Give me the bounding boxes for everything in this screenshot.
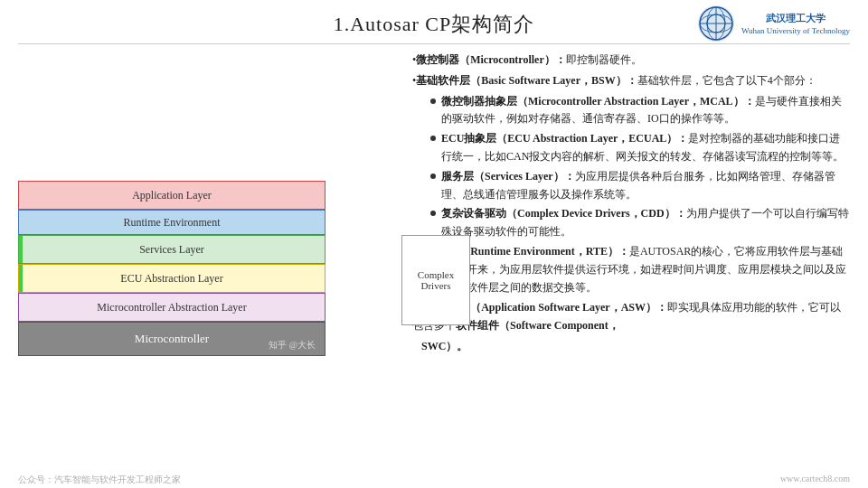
diagram-watermark: 知乎 @大长 bbox=[269, 339, 316, 352]
footer-website: www.cartech8.com bbox=[780, 474, 850, 486]
bullet-bsw: •基础软件层（Basic Software Layer，BSW）：基础软件层，它… bbox=[412, 72, 850, 90]
mc-label: Microcontroller bbox=[135, 332, 209, 346]
services-label: Services Layer bbox=[139, 243, 204, 257]
text-content-area: •微控制器（Microcontroller）：即控制器硬件。 •基础软件层（Ba… bbox=[412, 52, 850, 476]
bullet-cdd: 复杂设备驱动（Complex Device Drivers，CDD）：为用户提供… bbox=[430, 205, 850, 241]
mcal-label: Microcontroller Abstraction Layer bbox=[97, 301, 246, 314]
bullet-services-text: 服务层（Services Layer）：为应用层提供各种后台服务，比如网络管理、… bbox=[441, 168, 850, 204]
university-name-en: Wuhan University of Technology bbox=[741, 26, 850, 35]
complex-drivers-box: ComplexDrivers bbox=[401, 235, 470, 325]
university-name-cn: 武汉理工大学 bbox=[741, 12, 850, 25]
page-title: 1.Autosar CP架构简介 bbox=[334, 13, 535, 35]
application-layer-label: Application Layer bbox=[132, 189, 212, 202]
layer-stack: Application Layer Runtime Environment Se… bbox=[18, 181, 326, 356]
ecual-layer: ECU Abstraction Layer bbox=[18, 264, 326, 293]
bullet-dot-ecual bbox=[430, 136, 436, 141]
footer-bar: 公众号：汽车智能与软件开发工程师之家 www.cartech8.com bbox=[0, 472, 868, 488]
main-content: Application Layer Runtime Environment Se… bbox=[0, 44, 868, 480]
diagram-area: Application Layer Runtime Environment Se… bbox=[18, 52, 398, 476]
bullet-asw: •应用软件层（Application Software Layer，ASW）：即… bbox=[412, 299, 850, 335]
services-layer: Services Layer bbox=[18, 235, 326, 264]
footer-watermark: 公众号：汽车智能与软件开发工程师之家 bbox=[18, 474, 181, 486]
application-layer: Application Layer bbox=[18, 181, 326, 210]
bullet-rte: •运行环境（Runtime Environment，RTE）：是AUTOSAR的… bbox=[412, 243, 850, 296]
microcontroller-layer: Microcontroller 知乎 @大长 bbox=[18, 322, 326, 356]
mcal-layer: Microcontroller Abstraction Layer bbox=[18, 293, 326, 322]
university-logo-icon bbox=[696, 4, 736, 43]
ecual-label: ECU Abstraction Layer bbox=[120, 272, 222, 286]
bullet-mcal: 微控制器抽象层（Microcontroller Abstraction Laye… bbox=[430, 93, 850, 129]
layer-stack-wrapper: Application Layer Runtime Environment Se… bbox=[18, 181, 398, 356]
rte-label: Runtime Environment bbox=[124, 216, 221, 230]
bullet-ecual: ECU抽象层（ECU Abstraction Layer，ECUAL）：是对控制… bbox=[430, 130, 850, 166]
bullet-dot-cdd bbox=[430, 211, 436, 216]
bullet-mcal-text: 微控制器抽象层（Microcontroller Abstraction Laye… bbox=[441, 93, 850, 129]
bullet-services: 服务层（Services Layer）：为应用层提供各种后台服务，比如网络管理、… bbox=[430, 168, 850, 204]
runtime-environment-layer: Runtime Environment bbox=[18, 210, 326, 235]
logo-text-block: 武汉理工大学 Wuhan University of Technology bbox=[741, 12, 850, 34]
logo-area: 武汉理工大学 Wuhan University of Technology bbox=[696, 4, 850, 43]
bullet-ecual-text: ECU抽象层（ECU Abstraction Layer，ECUAL）：是对控制… bbox=[441, 130, 850, 166]
bullet-dot-services bbox=[430, 174, 436, 179]
bullet-asw-cont: SWC）。 bbox=[421, 338, 850, 356]
bullet-cdd-text: 复杂设备驱动（Complex Device Drivers，CDD）：为用户提供… bbox=[441, 205, 850, 241]
complex-drivers-label: ComplexDrivers bbox=[418, 269, 454, 291]
bullet-microcontroller: •微控制器（Microcontroller）：即控制器硬件。 bbox=[412, 52, 850, 70]
bullet-dot-mcal bbox=[430, 99, 436, 104]
header: 1.Autosar CP架构简介 武汉理工大学 Wuhan University… bbox=[18, 0, 850, 44]
